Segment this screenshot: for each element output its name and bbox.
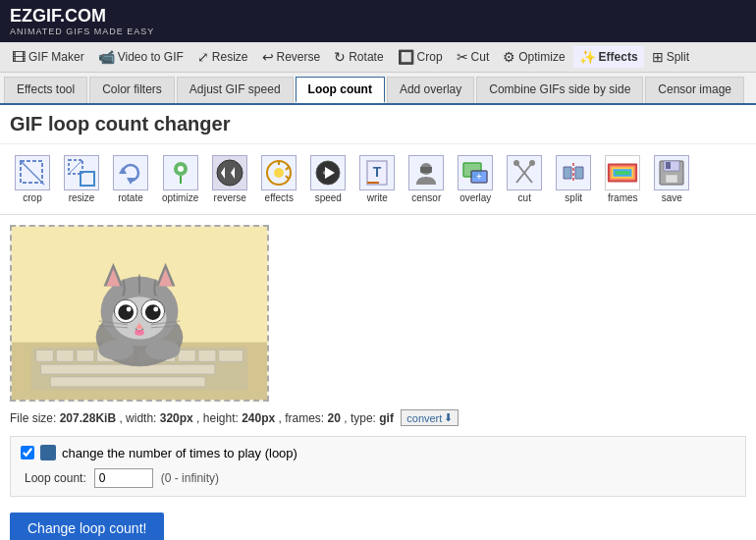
svg-point-71 xyxy=(127,307,132,312)
convert-button[interactable]: convert ⬇ xyxy=(401,409,459,426)
svg-point-72 xyxy=(153,307,158,312)
file-frames: 20 xyxy=(328,411,341,425)
tool-overlay[interactable]: + overlay xyxy=(453,152,498,206)
svg-point-17 xyxy=(274,168,284,178)
effects-tool-icon xyxy=(261,155,297,190)
sub-tabs: Effects tool Color filters Adjust GIF sp… xyxy=(0,73,756,105)
censor-tool-icon xyxy=(408,155,444,190)
svg-line-16 xyxy=(286,176,289,179)
nav-gif-maker[interactable]: 🎞GIF Maker xyxy=(6,46,90,68)
tool-icons-row: crop resize rotate optimize reverse effe… xyxy=(0,144,756,215)
cut-nav-icon: ✂ xyxy=(457,49,468,65)
svg-point-70 xyxy=(145,304,161,320)
cut-label: cut xyxy=(518,192,531,203)
nav-crop[interactable]: 🔲Crop xyxy=(392,46,449,68)
tab-combine-gifs[interactable]: Combine GIFs side by side xyxy=(476,77,643,103)
gif-maker-icon: 🎞 xyxy=(12,49,26,65)
tool-split[interactable]: split xyxy=(551,152,596,206)
file-info-prefix: File size: xyxy=(10,411,56,425)
file-type: gif xyxy=(379,411,394,425)
optimize-label: optimize xyxy=(162,192,198,203)
svg-line-1 xyxy=(21,161,44,185)
tool-censor[interactable]: censor xyxy=(404,152,449,206)
change-loop-button[interactable]: Change loop count! xyxy=(10,513,164,540)
tool-rotate[interactable]: rotate xyxy=(108,152,153,206)
censor-label: censor xyxy=(411,192,441,203)
checkbox-label: change the number of times to play (loop… xyxy=(62,446,297,460)
svg-rect-25 xyxy=(420,167,432,173)
tool-write[interactable]: T write xyxy=(354,152,400,206)
nav-cut[interactable]: ✂Cut xyxy=(451,46,496,68)
svg-rect-58 xyxy=(41,364,215,374)
reverse-nav-icon: ↩ xyxy=(262,49,274,65)
svg-rect-43 xyxy=(666,175,677,183)
rotate-tool-icon xyxy=(113,155,148,190)
rotate-label: rotate xyxy=(118,192,143,203)
svg-point-80 xyxy=(135,330,144,336)
nav-split[interactable]: ⊞Split xyxy=(646,46,695,68)
split-nav-icon: ⊞ xyxy=(652,49,664,65)
tool-speed[interactable]: speed xyxy=(305,152,351,206)
write-label: write xyxy=(367,192,388,203)
tool-frames[interactable]: frames xyxy=(600,152,645,206)
nav-optimize[interactable]: ⚙Optimize xyxy=(497,46,570,68)
tool-save[interactable]: save xyxy=(649,152,694,206)
tab-effects-tool[interactable]: Effects tool xyxy=(4,77,87,103)
svg-rect-3 xyxy=(81,172,94,186)
loop-checkbox[interactable] xyxy=(21,446,34,459)
svg-marker-33 xyxy=(564,167,571,179)
write-tool-icon: T xyxy=(359,155,395,190)
reverse-tool-icon xyxy=(212,155,247,190)
top-navigation: 🎞GIF Maker 📹Video to GIF ⤢Resize ↩Revers… xyxy=(0,42,756,73)
tool-effects[interactable]: effects xyxy=(256,152,301,206)
video-icon: 📹 xyxy=(98,49,115,65)
nav-rotate[interactable]: ↻Rotate xyxy=(328,46,389,68)
tab-color-filters[interactable]: Color filters xyxy=(89,77,175,103)
optimize-nav-icon: ⚙ xyxy=(503,49,515,65)
tab-loop-count[interactable]: Loop count xyxy=(296,77,385,103)
svg-point-31 xyxy=(513,160,519,166)
svg-marker-34 xyxy=(575,167,583,179)
resize-label: resize xyxy=(69,192,95,203)
nav-video-to-gif[interactable]: 📹Video to GIF xyxy=(92,46,189,68)
logo-tagline: ANIMATED GIFS MADE EASY xyxy=(10,27,154,36)
tab-censor-image[interactable]: Censor image xyxy=(645,77,744,103)
main-content: File size: 207.28KiB , width: 320px , he… xyxy=(0,215,756,540)
gif-preview xyxy=(10,225,269,402)
loop-count-label: Loop count: xyxy=(25,471,86,485)
file-height: 240px xyxy=(242,411,275,425)
svg-rect-48 xyxy=(36,350,54,361)
split-tool-icon xyxy=(556,155,591,190)
crop-label: crop xyxy=(23,192,41,203)
svg-rect-50 xyxy=(77,350,94,361)
svg-point-78 xyxy=(99,341,134,360)
svg-text:+: + xyxy=(477,172,482,182)
file-width: 320px xyxy=(160,411,193,425)
tool-resize[interactable]: resize xyxy=(59,152,104,206)
frames-label: frames xyxy=(608,192,638,203)
svg-line-15 xyxy=(286,167,289,170)
logo-text: EZGIF.COM xyxy=(10,6,106,26)
tool-crop[interactable]: crop xyxy=(10,152,55,206)
svg-rect-59 xyxy=(50,377,205,387)
loop-hint: (0 - infinity) xyxy=(161,471,219,485)
svg-point-20 xyxy=(323,171,327,175)
page-title: GIF loop count changer xyxy=(0,105,756,144)
nav-effects[interactable]: ✨Effects xyxy=(573,46,644,68)
nav-resize[interactable]: ⤢Resize xyxy=(191,46,254,68)
nav-reverse[interactable]: ↩Reverse xyxy=(256,46,327,68)
tool-reverse[interactable]: reverse xyxy=(207,152,252,206)
tab-adjust-gif-speed[interactable]: Adjust GIF speed xyxy=(177,77,294,103)
tab-add-overlay[interactable]: Add overlay xyxy=(387,77,474,103)
checkbox-row: change the number of times to play (loop… xyxy=(21,445,735,460)
file-info: File size: 207.28KiB , width: 320px , he… xyxy=(10,409,746,426)
save-label: save xyxy=(662,192,682,203)
svg-rect-49 xyxy=(56,350,74,361)
speed-label: speed xyxy=(315,192,342,203)
tool-optimize[interactable]: optimize xyxy=(157,152,203,206)
loop-count-input[interactable] xyxy=(94,468,153,488)
overlay-tool-icon: + xyxy=(458,155,493,190)
split-label: split xyxy=(565,192,582,203)
loop-row: Loop count: (0 - infinity) xyxy=(21,468,735,488)
tool-cut[interactable]: cut xyxy=(502,152,547,206)
